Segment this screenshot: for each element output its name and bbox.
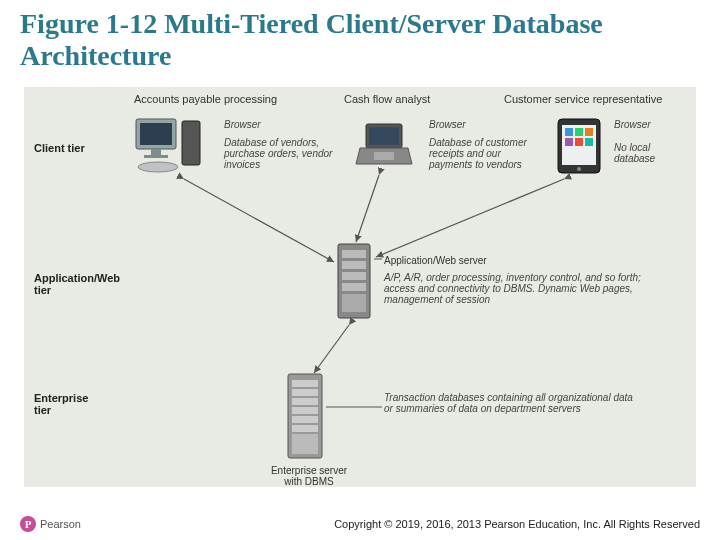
svg-rect-1 <box>140 123 172 145</box>
tier-enterprise-label: Enterprise tier <box>34 392 104 416</box>
app-server-caption: Application/Web server <box>384 255 514 266</box>
svg-rect-22 <box>342 272 366 280</box>
diagram-area: Accounts payable processing Cash flow an… <box>24 87 696 487</box>
svg-rect-31 <box>292 425 318 432</box>
desc-receipts: Database of customer receipts and our pa… <box>429 137 539 170</box>
no-local-db: No local database <box>614 142 684 164</box>
tablet-icon <box>554 117 604 179</box>
header-csr: Customer service representative <box>504 93 662 105</box>
svg-rect-7 <box>369 127 399 145</box>
svg-rect-26 <box>292 380 318 387</box>
pearson-brand-text: Pearson <box>40 518 81 530</box>
enterprise-server-icon <box>284 372 326 464</box>
svg-line-36 <box>314 325 349 373</box>
svg-rect-24 <box>342 294 366 312</box>
svg-rect-23 <box>342 283 366 291</box>
tier-app-label: Application/Web tier <box>34 272 104 296</box>
slide-title: Figure 1-12 Multi-Tiered Client/Server D… <box>0 0 720 82</box>
app-server-desc: A/P, A/R, order processing, inventory co… <box>384 272 644 305</box>
header-accounts: Accounts payable processing <box>134 93 277 105</box>
desc-vendors: Database of vendors, purchase orders, ve… <box>224 137 339 170</box>
tier-client-label: Client tier <box>34 142 104 154</box>
svg-rect-18 <box>585 138 593 146</box>
svg-line-34 <box>356 175 379 242</box>
svg-rect-2 <box>151 149 161 155</box>
enterprise-server-caption: Enterprise server with DBMS <box>264 465 354 487</box>
svg-rect-9 <box>374 152 394 160</box>
svg-rect-17 <box>575 138 583 146</box>
footer: P Pearson Copyright © 2019, 2016, 2013 P… <box>0 516 720 532</box>
enterprise-server-desc: Transaction databases containing all org… <box>384 392 634 414</box>
pearson-badge-icon: P <box>20 516 36 532</box>
svg-point-5 <box>138 162 178 172</box>
desktop-pc-icon <box>134 117 204 179</box>
copyright-text: Copyright © 2019, 2016, 2013 Pearson Edu… <box>334 518 700 530</box>
svg-rect-32 <box>292 434 318 454</box>
svg-rect-15 <box>585 128 593 136</box>
svg-line-35 <box>376 179 564 257</box>
svg-rect-13 <box>565 128 573 136</box>
svg-rect-27 <box>292 389 318 396</box>
svg-rect-4 <box>182 121 200 165</box>
svg-rect-20 <box>342 250 366 258</box>
svg-rect-3 <box>144 155 168 158</box>
app-server-icon <box>334 242 374 324</box>
svg-point-12 <box>577 167 581 171</box>
svg-line-33 <box>184 179 334 262</box>
svg-rect-29 <box>292 407 318 414</box>
svg-rect-21 <box>342 261 366 269</box>
browser-label-3: Browser <box>614 119 651 130</box>
svg-rect-16 <box>565 138 573 146</box>
browser-label-2: Browser <box>429 119 466 130</box>
svg-rect-30 <box>292 416 318 423</box>
browser-label-1: Browser <box>224 119 261 130</box>
pearson-logo: P Pearson <box>20 516 81 532</box>
header-cashflow: Cash flow analyst <box>344 93 430 105</box>
svg-rect-28 <box>292 398 318 405</box>
svg-rect-14 <box>575 128 583 136</box>
laptop-icon <box>354 122 414 174</box>
